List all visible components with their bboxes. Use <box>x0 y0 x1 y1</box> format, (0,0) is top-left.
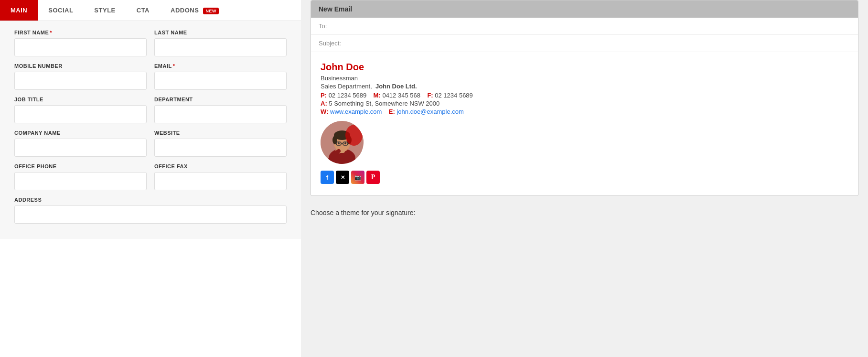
form-row-3: JOB TITLE DEPARTMENT <box>14 97 287 123</box>
new-badge: NEW <box>203 8 219 14</box>
email-body: John Doe Businessman Sales Department, J… <box>311 52 858 195</box>
department-input[interactable] <box>154 105 287 123</box>
company-name-input[interactable] <box>14 139 147 157</box>
mobile-number-label: MOBILE NUMBER <box>14 63 147 69</box>
website-input[interactable] <box>154 139 287 157</box>
first-name-required: * <box>50 30 52 35</box>
office-phone-group: OFFICE PHONE <box>14 163 147 190</box>
sig-email-label: E: <box>389 108 395 115</box>
sig-address: A: 5 Something St, Somewhere NSW 2000 <box>321 100 848 107</box>
email-preview: New Email To: Subject: John Doe Business… <box>311 0 858 196</box>
email-header-bar: New Email <box>311 0 858 18</box>
office-fax-input[interactable] <box>154 172 287 190</box>
form-row-1: FIRST NAME* LAST NAME <box>14 30 287 56</box>
sig-phone-p-value: 02 1234 5689 <box>329 92 367 99</box>
sig-address-label: A: <box>321 100 327 107</box>
sig-title: Businessman <box>321 75 848 82</box>
sig-phone-p-label: P: <box>321 92 327 99</box>
last-name-group: LAST NAME <box>154 30 287 56</box>
first-name-input[interactable] <box>14 38 147 56</box>
avatar-illustration <box>321 121 364 164</box>
mobile-number-group: MOBILE NUMBER <box>14 63 147 90</box>
address-group: ADDRESS <box>14 197 287 224</box>
tab-main[interactable]: MAIN <box>0 0 38 21</box>
email-required: * <box>173 63 175 69</box>
office-fax-label: OFFICE FAX <box>154 163 287 169</box>
form-row-6: ADDRESS <box>14 197 287 224</box>
sig-phone-f-value: 02 1234 5689 <box>435 92 473 99</box>
office-phone-input[interactable] <box>14 172 147 190</box>
last-name-input[interactable] <box>154 38 287 56</box>
sig-phone-m-value: 0412 345 568 <box>382 92 420 99</box>
office-fax-group: OFFICE FAX <box>154 163 287 190</box>
address-input[interactable] <box>14 206 287 224</box>
sig-avatar <box>321 121 364 164</box>
sig-web-link[interactable]: www.example.com <box>330 108 382 115</box>
job-title-input[interactable] <box>14 105 147 123</box>
job-title-label: JOB TITLE <box>14 97 147 102</box>
sig-phone-f-label: F: <box>427 92 433 99</box>
left-panel: MAIN SOCIAL STYLE CTA ADDONS NEW FIRST N… <box>0 0 301 357</box>
sig-web-label: W: <box>321 108 328 115</box>
sig-email-link[interactable]: john.doe@example.com <box>396 108 463 115</box>
right-panel: New Email To: Subject: John Doe Business… <box>301 0 868 357</box>
social-icons: f ✕ 📷 P <box>321 171 848 184</box>
tab-style[interactable]: STYLE <box>84 0 126 21</box>
company-name-label: COMPANY NAME <box>14 130 147 136</box>
sig-phone-m-label: M: <box>374 92 381 99</box>
tabs-bar: MAIN SOCIAL STYLE CTA ADDONS NEW <box>0 0 301 21</box>
last-name-label: LAST NAME <box>154 30 287 35</box>
job-title-group: JOB TITLE <box>14 97 147 123</box>
email-to-field: To: <box>311 18 858 35</box>
form-row-4: COMPANY NAME WEBSITE <box>14 130 287 157</box>
theme-label: Choose a theme for your signature: <box>311 209 415 216</box>
tab-addons[interactable]: ADDONS NEW <box>160 0 229 21</box>
instagram-icon[interactable]: 📷 <box>351 171 364 184</box>
address-label: ADDRESS <box>14 197 287 203</box>
department-label: DEPARTMENT <box>154 97 287 102</box>
facebook-icon[interactable]: f <box>321 171 334 184</box>
email-label: EMAIL* <box>154 63 287 69</box>
sig-dept: Sales Department, John Doe Ltd. <box>321 83 848 90</box>
tab-social[interactable]: SOCIAL <box>38 0 84 21</box>
mobile-number-input[interactable] <box>14 72 147 90</box>
sig-phones: P: 02 1234 5689 M: 0412 345 568 F: 02 12… <box>321 92 848 99</box>
svg-point-13 <box>345 125 363 146</box>
department-group: DEPARTMENT <box>154 97 287 123</box>
pinterest-icon[interactable]: P <box>366 171 380 184</box>
tab-cta[interactable]: CTA <box>126 0 160 21</box>
company-name-group: COMPANY NAME <box>14 130 147 157</box>
office-phone-label: OFFICE PHONE <box>14 163 147 169</box>
sig-web: W: www.example.com E: john.doe@example.c… <box>321 108 848 115</box>
sig-address-value: 5 Something St, Somewhere NSW 2000 <box>329 100 439 107</box>
website-label: WEBSITE <box>154 130 287 136</box>
email-subject-field: Subject: <box>311 35 858 52</box>
sig-company: John Doe Ltd. <box>375 83 417 90</box>
email-input[interactable] <box>154 72 287 90</box>
sig-name: John Doe <box>321 62 848 73</box>
first-name-group: FIRST NAME* <box>14 30 147 56</box>
email-group: EMAIL* <box>154 63 287 90</box>
website-group: WEBSITE <box>154 130 287 157</box>
form-row-2: MOBILE NUMBER EMAIL* <box>14 63 287 90</box>
svg-point-11 <box>344 142 346 144</box>
svg-point-10 <box>338 142 340 144</box>
theme-section: Choose a theme for your signature: <box>311 204 858 217</box>
first-name-label: FIRST NAME* <box>14 30 147 35</box>
form-area: FIRST NAME* LAST NAME MOBILE NUMBER EMAI… <box>0 21 301 239</box>
form-row-5: OFFICE PHONE OFFICE FAX <box>14 163 287 190</box>
twitter-icon[interactable]: ✕ <box>336 171 349 184</box>
